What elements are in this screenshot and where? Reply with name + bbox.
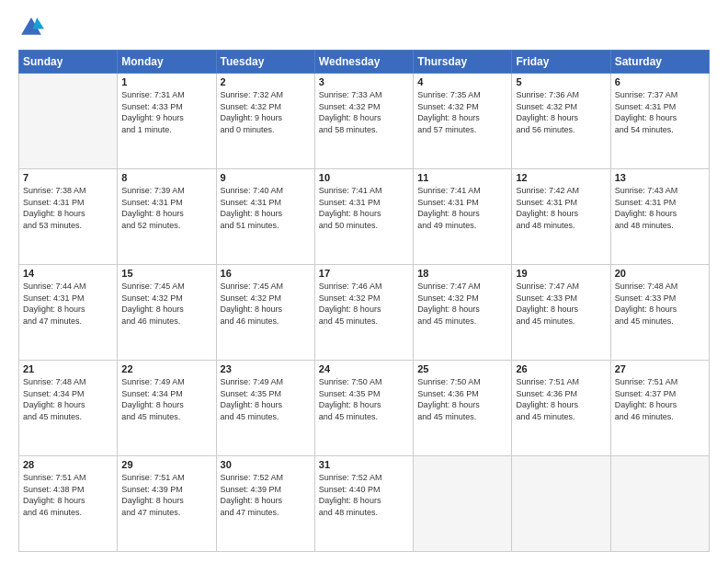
- calendar-cell: [610, 456, 709, 552]
- calendar-cell: 28Sunrise: 7:51 AM Sunset: 4:38 PM Dayli…: [19, 456, 118, 552]
- day-number: 28: [23, 459, 113, 470]
- cell-info: Sunrise: 7:45 AM Sunset: 4:32 PM Dayligh…: [121, 281, 211, 327]
- day-number: 6: [615, 76, 705, 87]
- calendar-cell: 27Sunrise: 7:51 AM Sunset: 4:37 PM Dayli…: [610, 361, 709, 456]
- day-number: 27: [615, 363, 705, 374]
- day-number: 12: [516, 172, 606, 183]
- logo: [18, 15, 48, 40]
- calendar-cell: 12Sunrise: 7:42 AM Sunset: 4:31 PM Dayli…: [512, 169, 610, 265]
- day-number: 18: [417, 268, 507, 279]
- day-number: 8: [121, 172, 211, 183]
- calendar-cell: 13Sunrise: 7:43 AM Sunset: 4:31 PM Dayli…: [610, 169, 709, 265]
- calendar-cell: 8Sunrise: 7:39 AM Sunset: 4:31 PM Daylig…: [118, 169, 216, 265]
- day-number: 21: [23, 363, 113, 374]
- cell-info: Sunrise: 7:41 AM Sunset: 4:31 PM Dayligh…: [417, 185, 507, 231]
- day-number: 29: [121, 459, 211, 470]
- weekday-header-thursday: Thursday: [414, 51, 512, 74]
- cell-info: Sunrise: 7:41 AM Sunset: 4:31 PM Dayligh…: [319, 185, 409, 231]
- weekday-header-tuesday: Tuesday: [216, 51, 314, 74]
- cell-info: Sunrise: 7:33 AM Sunset: 4:32 PM Dayligh…: [319, 89, 409, 135]
- cell-info: Sunrise: 7:50 AM Sunset: 4:36 PM Dayligh…: [417, 376, 507, 422]
- day-number: 19: [516, 268, 606, 279]
- page: SundayMondayTuesdayWednesdayThursdayFrid…: [0, 0, 728, 563]
- cell-info: Sunrise: 7:36 AM Sunset: 4:32 PM Dayligh…: [516, 89, 606, 135]
- cell-info: Sunrise: 7:48 AM Sunset: 4:33 PM Dayligh…: [615, 281, 705, 327]
- calendar-cell: 19Sunrise: 7:47 AM Sunset: 4:33 PM Dayli…: [512, 265, 610, 361]
- weekday-header-saturday: Saturday: [610, 51, 709, 74]
- calendar-cell: [19, 74, 118, 169]
- cell-info: Sunrise: 7:42 AM Sunset: 4:31 PM Dayligh…: [516, 185, 606, 231]
- day-number: 20: [615, 268, 705, 279]
- day-number: 30: [221, 459, 311, 470]
- calendar-cell: 17Sunrise: 7:46 AM Sunset: 4:32 PM Dayli…: [314, 265, 413, 361]
- calendar-cell: 20Sunrise: 7:48 AM Sunset: 4:33 PM Dayli…: [610, 265, 709, 361]
- weekday-header-row: SundayMondayTuesdayWednesdayThursdayFrid…: [19, 51, 710, 74]
- calendar-cell: 16Sunrise: 7:45 AM Sunset: 4:32 PM Dayli…: [216, 265, 314, 361]
- calendar-cell: 4Sunrise: 7:35 AM Sunset: 4:32 PM Daylig…: [414, 74, 512, 169]
- calendar-week-4: 28Sunrise: 7:51 AM Sunset: 4:38 PM Dayli…: [19, 456, 710, 552]
- calendar-cell: 3Sunrise: 7:33 AM Sunset: 4:32 PM Daylig…: [314, 74, 413, 169]
- cell-info: Sunrise: 7:44 AM Sunset: 4:31 PM Dayligh…: [23, 281, 113, 327]
- calendar-cell: 9Sunrise: 7:40 AM Sunset: 4:31 PM Daylig…: [216, 169, 314, 265]
- calendar-week-2: 14Sunrise: 7:44 AM Sunset: 4:31 PM Dayli…: [19, 265, 710, 361]
- cell-info: Sunrise: 7:43 AM Sunset: 4:31 PM Dayligh…: [615, 185, 705, 231]
- day-number: 2: [221, 76, 311, 87]
- cell-info: Sunrise: 7:51 AM Sunset: 4:36 PM Dayligh…: [516, 376, 606, 422]
- day-number: 25: [417, 363, 507, 374]
- cell-info: Sunrise: 7:52 AM Sunset: 4:40 PM Dayligh…: [319, 472, 409, 518]
- day-number: 24: [319, 363, 409, 374]
- cell-info: Sunrise: 7:46 AM Sunset: 4:32 PM Dayligh…: [319, 281, 409, 327]
- day-number: 1: [121, 76, 211, 87]
- weekday-header-monday: Monday: [118, 51, 216, 74]
- day-number: 26: [516, 363, 606, 374]
- calendar-cell: 29Sunrise: 7:51 AM Sunset: 4:39 PM Dayli…: [118, 456, 216, 552]
- cell-info: Sunrise: 7:51 AM Sunset: 4:37 PM Dayligh…: [615, 376, 705, 422]
- day-number: 15: [121, 268, 211, 279]
- calendar-cell: 15Sunrise: 7:45 AM Sunset: 4:32 PM Dayli…: [118, 265, 216, 361]
- cell-info: Sunrise: 7:47 AM Sunset: 4:33 PM Dayligh…: [516, 281, 606, 327]
- day-number: 14: [23, 268, 113, 279]
- calendar-cell: 10Sunrise: 7:41 AM Sunset: 4:31 PM Dayli…: [314, 169, 413, 265]
- calendar-cell: 21Sunrise: 7:48 AM Sunset: 4:34 PM Dayli…: [19, 361, 118, 456]
- calendar-cell: 24Sunrise: 7:50 AM Sunset: 4:35 PM Dayli…: [314, 361, 413, 456]
- cell-info: Sunrise: 7:40 AM Sunset: 4:31 PM Dayligh…: [221, 185, 311, 231]
- cell-info: Sunrise: 7:48 AM Sunset: 4:34 PM Dayligh…: [23, 376, 113, 422]
- day-number: 11: [417, 172, 507, 183]
- calendar-cell: 22Sunrise: 7:49 AM Sunset: 4:34 PM Dayli…: [118, 361, 216, 456]
- cell-info: Sunrise: 7:51 AM Sunset: 4:38 PM Dayligh…: [23, 472, 113, 518]
- day-number: 5: [516, 76, 606, 87]
- day-number: 23: [221, 363, 311, 374]
- day-number: 13: [615, 172, 705, 183]
- cell-info: Sunrise: 7:31 AM Sunset: 4:33 PM Dayligh…: [121, 89, 211, 135]
- cell-info: Sunrise: 7:38 AM Sunset: 4:31 PM Dayligh…: [23, 185, 113, 231]
- cell-info: Sunrise: 7:49 AM Sunset: 4:35 PM Dayligh…: [221, 376, 311, 422]
- cell-info: Sunrise: 7:52 AM Sunset: 4:39 PM Dayligh…: [221, 472, 311, 518]
- calendar-cell: 26Sunrise: 7:51 AM Sunset: 4:36 PM Dayli…: [512, 361, 610, 456]
- cell-info: Sunrise: 7:37 AM Sunset: 4:31 PM Dayligh…: [615, 89, 705, 135]
- header: [18, 15, 710, 40]
- weekday-header-sunday: Sunday: [19, 51, 118, 74]
- day-number: 17: [319, 268, 409, 279]
- day-number: 22: [121, 363, 211, 374]
- calendar-cell: 6Sunrise: 7:37 AM Sunset: 4:31 PM Daylig…: [610, 74, 709, 169]
- cell-info: Sunrise: 7:45 AM Sunset: 4:32 PM Dayligh…: [221, 281, 311, 327]
- day-number: 10: [319, 172, 409, 183]
- day-number: 31: [319, 459, 409, 470]
- calendar-cell: 1Sunrise: 7:31 AM Sunset: 4:33 PM Daylig…: [118, 74, 216, 169]
- calendar-cell: [414, 456, 512, 552]
- calendar-cell: 2Sunrise: 7:32 AM Sunset: 4:32 PM Daylig…: [216, 74, 314, 169]
- calendar-cell: 18Sunrise: 7:47 AM Sunset: 4:32 PM Dayli…: [414, 265, 512, 361]
- logo-icon: [18, 15, 44, 40]
- day-number: 7: [23, 172, 113, 183]
- calendar-cell: 30Sunrise: 7:52 AM Sunset: 4:39 PM Dayli…: [216, 456, 314, 552]
- calendar-cell: 11Sunrise: 7:41 AM Sunset: 4:31 PM Dayli…: [414, 169, 512, 265]
- cell-info: Sunrise: 7:50 AM Sunset: 4:35 PM Dayligh…: [319, 376, 409, 422]
- calendar-cell: [512, 456, 610, 552]
- cell-info: Sunrise: 7:32 AM Sunset: 4:32 PM Dayligh…: [221, 89, 311, 135]
- calendar-cell: 23Sunrise: 7:49 AM Sunset: 4:35 PM Dayli…: [216, 361, 314, 456]
- cell-info: Sunrise: 7:49 AM Sunset: 4:34 PM Dayligh…: [121, 376, 211, 422]
- calendar-week-3: 21Sunrise: 7:48 AM Sunset: 4:34 PM Dayli…: [19, 361, 710, 456]
- calendar-cell: 5Sunrise: 7:36 AM Sunset: 4:32 PM Daylig…: [512, 74, 610, 169]
- cell-info: Sunrise: 7:35 AM Sunset: 4:32 PM Dayligh…: [417, 89, 507, 135]
- day-number: 3: [319, 76, 409, 87]
